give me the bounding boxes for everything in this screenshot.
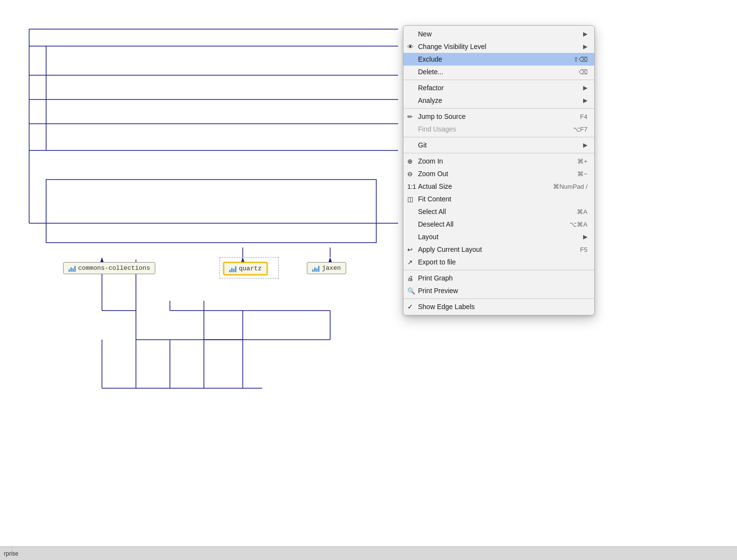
submenu-arrow-icon: ▶ — [583, 31, 587, 37]
node-commons-collections-label: commons-collections — [78, 264, 150, 272]
menu-item-label: Zoom In — [418, 157, 568, 165]
zoom-out-icon: ⊖ — [407, 170, 413, 178]
bar-chart-icon-jaxen — [312, 265, 319, 272]
bar-chart-icon — [68, 265, 76, 272]
menu-item-exclude[interactable]: Exclude⇧⌫ — [403, 53, 594, 66]
svg-rect-4 — [46, 180, 376, 243]
menu-item-label: Jump to Source — [418, 113, 570, 120]
menu-item-shortcut: ⌥F7 — [573, 126, 587, 133]
menu-item-label: Refactor — [418, 84, 579, 92]
menu-item-label: Export to file — [418, 258, 587, 266]
menu-item-deselect-all[interactable]: Deselect All⌥⌘A — [403, 218, 594, 231]
node-quartz-label: quartz — [239, 265, 262, 272]
menu-item-label: Print Preview — [418, 287, 587, 295]
bar-chart-icon-quartz — [229, 265, 236, 272]
submenu-arrow-icon: ▶ — [583, 233, 587, 240]
node-jaxen-label: jaxen — [322, 264, 341, 272]
menu-item-new[interactable]: New▶ — [403, 28, 594, 40]
submenu-arrow-icon: ▶ — [583, 97, 587, 104]
menu-item-select-all[interactable]: Select All⌘A — [403, 205, 594, 218]
menu-item-find-usages: Find Usages⌥F7 — [403, 123, 594, 135]
menu-item-label: Deselect All — [418, 220, 560, 228]
menu-item-jump-to-source[interactable]: ✏Jump to SourceF4 — [403, 110, 594, 123]
menu-item-print-preview[interactable]: 🔍Print Preview — [403, 284, 594, 297]
menu-item-change-visibility[interactable]: 👁Change Visibility Level▶ — [403, 40, 594, 53]
menu-item-label: Exclude — [418, 55, 564, 63]
context-menu: New▶👁Change Visibility Level▶Exclude⇧⌫De… — [403, 25, 595, 315]
menu-item-shortcut: F4 — [580, 113, 587, 120]
menu-separator — [403, 137, 594, 137]
menu-item-layout[interactable]: Layout▶ — [403, 231, 594, 243]
check-icon: ✓ — [407, 303, 413, 311]
jump-to-source-icon: ✏ — [407, 113, 413, 120]
menu-item-label: Git — [418, 141, 579, 149]
menu-item-zoom-in[interactable]: ⊕Zoom In⌘+ — [403, 155, 594, 167]
menu-item-fit-content[interactable]: ◫Fit Content — [403, 193, 594, 205]
print-preview-icon: 🔍 — [407, 287, 415, 295]
menu-item-label: Change Visibility Level — [418, 43, 579, 50]
print-graph-icon: 🖨 — [407, 275, 414, 282]
menu-item-actual-size[interactable]: 1:1Actual Size⌘NumPad / — [403, 180, 594, 193]
node-quartz[interactable]: quartz — [223, 262, 268, 275]
menu-item-analyze[interactable]: Analyze▶ — [403, 94, 594, 107]
node-commons-collections[interactable]: commons-collections — [63, 262, 155, 274]
menu-item-label: Print Graph — [418, 274, 587, 282]
menu-item-shortcut: ⇧⌫ — [573, 56, 587, 63]
menu-separator — [403, 153, 594, 153]
menu-item-label: Show Edge Labels — [418, 303, 587, 311]
menu-item-label: Analyze — [418, 97, 579, 104]
menu-item-label: Apply Current Layout — [418, 246, 570, 253]
status-text: rprise — [4, 550, 18, 557]
menu-item-label: New — [418, 30, 579, 38]
menu-item-delete[interactable]: Delete...⌫ — [403, 66, 594, 78]
export-to-file-icon: ↗ — [407, 259, 413, 266]
menu-item-show-edge-labels[interactable]: ✓Show Edge Labels — [403, 300, 594, 313]
menu-item-label: Actual Size — [418, 182, 543, 190]
menu-item-refactor[interactable]: Refactor▶ — [403, 82, 594, 94]
zoom-in-icon: ⊕ — [407, 158, 413, 165]
menu-item-label: Layout — [418, 233, 579, 241]
menu-item-shortcut: ⌘A — [577, 208, 587, 215]
menu-separator — [403, 298, 594, 299]
menu-item-shortcut: ⌘NumPad / — [553, 183, 587, 190]
menu-item-shortcut: ⌘− — [577, 170, 587, 178]
menu-item-zoom-out[interactable]: ⊖Zoom Out⌘− — [403, 167, 594, 180]
change-visibility-icon: 👁 — [407, 43, 414, 50]
menu-item-shortcut: ⌘+ — [577, 158, 587, 165]
menu-separator — [403, 80, 594, 80]
menu-item-export-to-file[interactable]: ↗Export to file — [403, 256, 594, 268]
submenu-arrow-icon: ▶ — [583, 142, 587, 148]
menu-item-label: Find Usages — [418, 125, 563, 133]
apply-layout-icon: ↩ — [407, 246, 413, 253]
menu-item-git[interactable]: Git▶ — [403, 139, 594, 151]
menu-item-apply-layout[interactable]: ↩Apply Current LayoutF5 — [403, 243, 594, 256]
submenu-arrow-icon: ▶ — [583, 43, 587, 50]
menu-item-shortcut: ⌥⌘A — [570, 221, 587, 228]
node-jaxen[interactable]: jaxen — [307, 262, 346, 274]
status-bar: rprise — [0, 546, 737, 560]
menu-separator — [403, 270, 594, 270]
graph-canvas: commons-collections quartz jaxen — [0, 0, 737, 560]
actual-size-icon: 1:1 — [407, 183, 416, 190]
menu-item-label: Select All — [418, 208, 567, 215]
menu-item-label: Delete... — [418, 68, 569, 76]
menu-item-shortcut: F5 — [580, 246, 587, 253]
menu-item-shortcut: ⌫ — [579, 68, 587, 76]
menu-separator — [403, 108, 594, 109]
menu-item-label: Zoom Out — [418, 170, 568, 178]
menu-item-print-graph[interactable]: 🖨Print Graph — [403, 272, 594, 284]
menu-item-label: Fit Content — [418, 195, 587, 203]
submenu-arrow-icon: ▶ — [583, 84, 587, 91]
fit-content-icon: ◫ — [407, 196, 413, 203]
